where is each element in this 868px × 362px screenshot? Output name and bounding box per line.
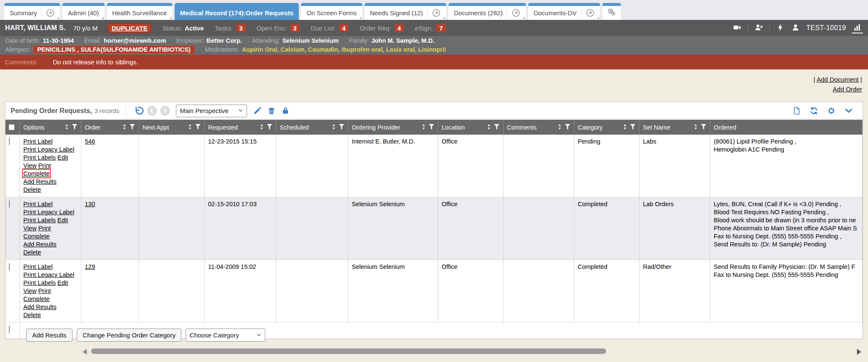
add-document-link[interactable]: Add Document: [817, 76, 859, 83]
sort-icon[interactable]: [64, 124, 70, 131]
video-camera-icon[interactable]: [732, 23, 742, 33]
column-header-comments[interactable]: Comments: [504, 120, 574, 135]
allergies-badge[interactable]: PENICILLINS , SULFA(SULFONAMIDE ANTIBIOT…: [33, 45, 195, 54]
filter-funnel-icon[interactable]: [428, 124, 434, 131]
filter-funnel-icon[interactable]: [565, 124, 570, 131]
new-document-icon[interactable]: [792, 106, 801, 115]
add-person-icon[interactable]: [754, 23, 763, 33]
add-order-link[interactable]: Add Order: [833, 86, 862, 93]
tab-documents-dv[interactable]: Documents-DV: [528, 3, 600, 20]
filter-funnel-icon[interactable]: [195, 124, 201, 131]
option-link-print-legacy-label[interactable]: Print Legacy Label: [23, 271, 74, 278]
option-link-print-labels[interactable]: Print Labels: [23, 154, 56, 161]
scrollbar-thumb[interactable]: [91, 348, 606, 354]
sort-icon[interactable]: [259, 124, 264, 131]
column-header-set-name[interactable]: Set Name: [640, 120, 710, 135]
sort-icon[interactable]: [187, 124, 193, 131]
column-header-next-appt[interactable]: Next Appt: [139, 120, 205, 135]
tab-medical-record-174-order-requests[interactable]: Medical Record (174):Order Requests: [175, 3, 299, 20]
popout-icon[interactable]: [41, 8, 55, 17]
counter-badge[interactable]: 3: [236, 24, 245, 32]
tab-summary[interactable]: Summary: [4, 3, 60, 20]
lock-icon[interactable]: [281, 106, 290, 115]
scroll-left-arrow[interactable]: [83, 349, 87, 355]
filter-funnel-icon[interactable]: [267, 124, 273, 131]
sort-icon[interactable]: [122, 124, 127, 131]
option-link-edit[interactable]: Edit: [58, 217, 68, 224]
row-checkbox[interactable]: [9, 326, 10, 333]
option-link-add-results[interactable]: Add Results: [23, 178, 56, 185]
option-link-add-results[interactable]: Add Results: [23, 304, 56, 310]
next-page-icon[interactable]: [160, 106, 170, 116]
column-header-scheduled[interactable]: Scheduled: [276, 120, 348, 135]
sort-icon[interactable]: [693, 124, 698, 131]
select-all-checkbox[interactable]: [9, 124, 14, 130]
popout-icon[interactable]: [507, 8, 520, 17]
option-link-add-results[interactable]: Add Results: [23, 241, 56, 248]
column-header-category[interactable]: Category: [574, 120, 640, 135]
counter-badge[interactable]: 3: [290, 24, 300, 32]
tab-needs-signed-12[interactable]: Needs Signed (12): [364, 3, 446, 20]
option-link-view[interactable]: View: [23, 287, 36, 294]
tab-health-surveillance[interactable]: Health Surveillance: [107, 3, 172, 20]
counter-badge[interactable]: 4: [339, 24, 348, 32]
counter-badge[interactable]: 7: [436, 24, 445, 32]
flowsheet-chart-icon[interactable]: [852, 23, 863, 33]
filter-funnel-icon[interactable]: [72, 124, 78, 131]
filter-funnel-icon[interactable]: [701, 124, 707, 131]
tab-documents-282[interactable]: Documents (282): [448, 3, 526, 20]
scroll-right-arrow[interactable]: [857, 349, 861, 355]
medications-list[interactable]: Aspirin Oral, Calcium, Coumadin, ibuprof…: [242, 46, 446, 53]
sort-icon[interactable]: [622, 124, 628, 131]
option-link-delete[interactable]: Delete: [23, 186, 41, 193]
popout-icon[interactable]: [581, 8, 595, 17]
option-link-print[interactable]: Print: [38, 162, 51, 169]
option-link-print-label[interactable]: Print Label: [23, 263, 53, 270]
perspective-select[interactable]: Main Perspective: [176, 105, 247, 117]
option-link-print-labels[interactable]: Print Labels: [23, 217, 56, 224]
column-header-options[interactable]: Options: [20, 120, 81, 135]
undo-icon[interactable]: [133, 105, 144, 116]
duplicate-badge[interactable]: DUPLICATE: [108, 23, 151, 33]
row-checkbox[interactable]: [9, 138, 10, 145]
option-link-complete[interactable]: Complete: [23, 170, 50, 177]
counter-badge[interactable]: 4: [395, 24, 404, 32]
change-category-button[interactable]: Change Pending Order Category: [77, 329, 181, 342]
option-link-print-legacy-label[interactable]: Print Legacy Label: [23, 209, 74, 216]
lightning-bolt-icon[interactable]: [776, 23, 785, 33]
option-link-edit[interactable]: Edit: [58, 279, 68, 286]
column-header-ordering-provider[interactable]: Ordering Provider: [348, 120, 438, 135]
column-header-order[interactable]: Order: [81, 120, 139, 135]
column-header-requested[interactable]: Requested: [205, 120, 276, 135]
option-link-print-labels[interactable]: Print Labels: [23, 279, 56, 286]
tab-on-screen-forms[interactable]: On Screen Forms: [301, 3, 362, 20]
option-link-print-label[interactable]: Print Label: [23, 138, 53, 145]
option-link-view[interactable]: View: [23, 225, 36, 232]
sort-icon[interactable]: [331, 124, 337, 131]
option-link-view[interactable]: View: [23, 162, 36, 169]
popout-icon[interactable]: [427, 8, 441, 17]
option-link-delete[interactable]: Delete: [23, 312, 41, 318]
choose-category-select[interactable]: Choose Category: [186, 329, 265, 342]
option-link-complete[interactable]: Complete: [23, 296, 50, 302]
order-number-link[interactable]: 129: [85, 263, 95, 270]
order-number-link[interactable]: 130: [85, 201, 95, 207]
filter-funnel-icon[interactable]: [339, 124, 345, 131]
filter-funnel-icon[interactable]: [129, 124, 135, 131]
sort-icon[interactable]: [557, 124, 562, 131]
edit-pencil-icon[interactable]: [253, 106, 262, 115]
option-link-delete[interactable]: Delete: [23, 249, 41, 256]
sort-icon[interactable]: [421, 124, 426, 131]
row-checkbox[interactable]: [9, 200, 10, 208]
tab-settings-button[interactable]: [602, 3, 621, 20]
sort-icon[interactable]: [486, 124, 492, 131]
delete-trash-icon[interactable]: [267, 106, 276, 115]
option-link-edit[interactable]: Edit: [58, 154, 68, 161]
option-link-print[interactable]: Print: [38, 225, 51, 232]
prev-page-icon[interactable]: [147, 106, 157, 116]
column-header-ordered[interactable]: Ordered: [710, 120, 862, 135]
person-icon[interactable]: [791, 23, 800, 33]
option-link-print[interactable]: Print: [38, 287, 51, 294]
refresh-icon[interactable]: [810, 106, 818, 115]
option-link-complete[interactable]: Complete: [23, 233, 50, 240]
